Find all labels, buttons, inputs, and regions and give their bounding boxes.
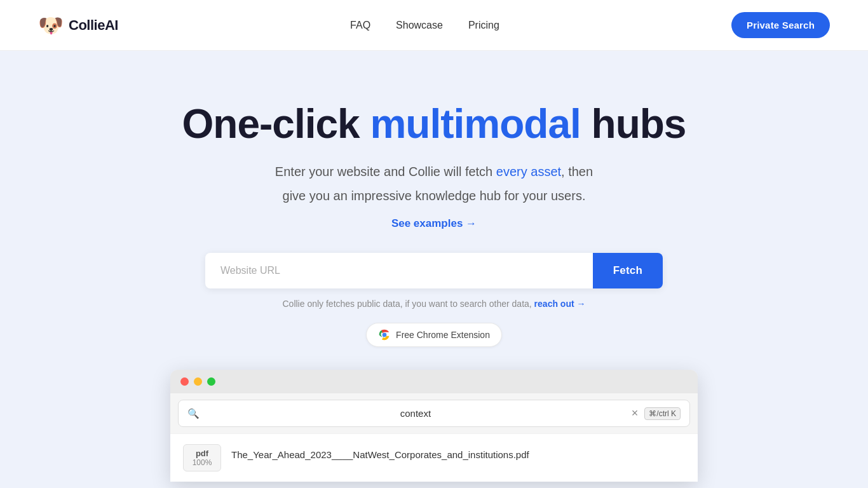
every-asset-highlight: every asset — [496, 165, 561, 179]
navbar: 🐶 CollieAI FAQ Showcase Pricing Private … — [0, 0, 868, 51]
browser-search-icon: 🔍 — [187, 408, 200, 419]
nav-links: FAQ Showcase Pricing — [350, 20, 499, 31]
hero-title-part2: hubs — [581, 101, 686, 147]
fetch-button[interactable]: Fetch — [593, 253, 663, 288]
website-url-input[interactable] — [205, 254, 593, 288]
reach-out-link[interactable]: reach out → — [534, 299, 586, 309]
nav-pricing[interactable]: Pricing — [468, 20, 499, 31]
chrome-extension-badge[interactable]: Free Chrome Extension — [366, 323, 502, 347]
browser-titlebar — [170, 370, 698, 393]
logo-icon: 🐶 — [38, 13, 64, 37]
pdf-type-badge: pdf 100% — [183, 444, 221, 471]
browser-content: pdf 100% The_Year_Ahead_2023____NatWest_… — [170, 433, 698, 482]
chrome-icon — [378, 329, 391, 341]
browser-search-query: context — [206, 408, 625, 419]
browser-mockup: 🔍 context × ⌘/ctrl K pdf 100% The_Year_A… — [170, 370, 698, 482]
browser-result-row: pdf 100% The_Year_Ahead_2023____NatWest_… — [170, 433, 698, 482]
hero-subtitle-line1: Enter your website and Collie will fetch… — [13, 161, 855, 182]
browser-search-close[interactable]: × — [632, 407, 639, 420]
hero-title-part1: One-click — [182, 101, 370, 147]
hero-section: One-click multimodal hubs Enter your web… — [0, 51, 868, 488]
fetch-note: Collie only fetches public data, if you … — [13, 299, 855, 309]
url-search-bar: Fetch — [205, 253, 663, 288]
nav-showcase[interactable]: Showcase — [396, 20, 443, 31]
logo-text: CollieAI — [69, 17, 118, 34]
hero-title-highlight: multimodal — [370, 101, 580, 147]
browser-dot-yellow — [194, 377, 202, 386]
chrome-extension-label: Free Chrome Extension — [396, 330, 490, 340]
pdf-label: pdf — [190, 449, 214, 458]
browser-dot-green — [207, 377, 215, 386]
svg-point-1 — [383, 333, 386, 337]
private-search-button[interactable]: Private Search — [731, 12, 830, 38]
pdf-match-percent: 100% — [190, 458, 214, 467]
browser-shortcut-badge: ⌘/ctrl K — [644, 407, 681, 420]
logo[interactable]: 🐶 CollieAI — [38, 13, 118, 37]
see-examples-link[interactable]: See examples → — [391, 217, 477, 230]
browser-dot-red — [180, 377, 189, 386]
hero-title: One-click multimodal hubs — [13, 102, 855, 146]
result-filename: The_Year_Ahead_2023____NatWest_Corporate… — [231, 444, 529, 460]
hero-subtitle-line2: give you an impressive knowledge hub for… — [13, 186, 855, 206]
nav-faq[interactable]: FAQ — [350, 20, 370, 31]
browser-search-bar: 🔍 context × ⌘/ctrl K — [178, 400, 690, 427]
